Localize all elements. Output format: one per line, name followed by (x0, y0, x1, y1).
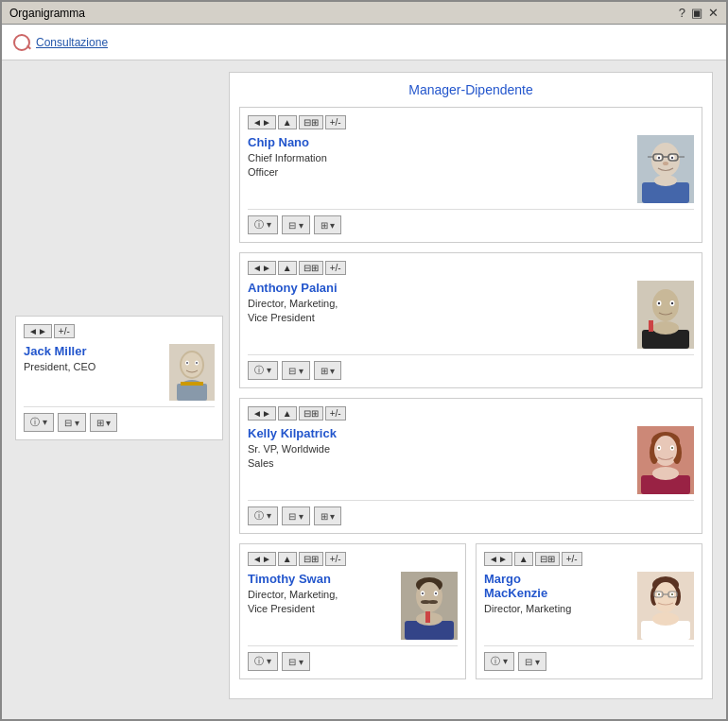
svg-point-6 (196, 362, 198, 364)
margo-nav-btn[interactable]: ◄► (484, 552, 512, 566)
anthony-nav-btn[interactable]: ◄► (248, 261, 276, 275)
jack-action-bar: ⓘ ▾ ⊟ ▾ ⊞ ▾ (24, 406, 215, 432)
close-button[interactable]: ✕ (708, 6, 719, 20)
anthony-expand-btn[interactable]: ⊟⊞ (299, 261, 323, 275)
timothy-up-btn[interactable]: ▲ (278, 552, 297, 566)
timothy-expand-btn[interactable]: ⊟⊞ (299, 552, 323, 566)
anthony-title: Director, Marketing,Vice President (248, 297, 630, 326)
svg-point-72 (652, 612, 679, 626)
svg-point-29 (671, 302, 673, 304)
consultazione-link[interactable]: Consultazione (36, 36, 108, 49)
titlebar: Organigramma ? ▣ ✕ (2, 2, 726, 25)
chip-info-btn[interactable]: ⓘ ▾ (248, 215, 278, 234)
kelly-info-btn[interactable]: ⓘ ▾ (248, 506, 278, 525)
chip-nav-btn[interactable]: ◄► (248, 115, 276, 129)
svg-point-42 (671, 447, 673, 449)
jack-name: Jack Miller (24, 344, 162, 358)
jack-nav-btn[interactable]: ◄► (24, 324, 52, 338)
jack-photo (169, 344, 215, 401)
chip-toolbar: ◄► ▲ ⊟⊞ +/- (248, 115, 694, 129)
margo-mackenzie-card: ◄► ▲ ⊟⊞ +/- MargoMacKenzie Director, Mar… (476, 543, 702, 679)
kelly-kilpatrick-card: ◄► ▲ ⊟⊞ +/- Kelly Kilpatrick Sr. VP, Wor… (239, 398, 702, 534)
timothy-nav-btn[interactable]: ◄► (248, 552, 276, 566)
svg-point-53 (422, 592, 424, 594)
margo-view-btn[interactable]: ⊟ ▾ (518, 652, 546, 671)
svg-point-31 (652, 321, 679, 335)
svg-point-2 (182, 352, 202, 377)
margo-name: MargoMacKenzie (484, 572, 630, 600)
margo-pm-btn[interactable]: +/- (562, 552, 582, 566)
anthony-action-bar: ⓘ ▾ ⊟ ▾ ⊞ ▾ (248, 354, 694, 380)
margo-expand-btn[interactable]: ⊟⊞ (535, 552, 560, 566)
timothy-swan-card: ◄► ▲ ⊟⊞ +/- Timothy Swan Director, Marke… (239, 543, 466, 679)
chip-view-btn[interactable]: ⊟ ▾ (282, 215, 310, 234)
jack-info-btn[interactable]: ⓘ ▾ (24, 413, 54, 432)
timothy-info: Timothy Swan Director, Marketing,Vice Pr… (248, 572, 393, 617)
svg-point-41 (658, 447, 660, 449)
jack-org-btn[interactable]: ⊞ ▾ (90, 413, 118, 432)
anthony-view-btn[interactable]: ⊟ ▾ (282, 361, 310, 380)
jack-view-btn[interactable]: ⊟ ▾ (58, 413, 86, 432)
chip-title: Chief InformationOfficer (248, 151, 630, 180)
svg-point-54 (435, 592, 437, 594)
jack-card-inner: Jack Miller President, CEO (24, 344, 215, 401)
svg-rect-32 (649, 320, 653, 332)
anthony-photo (637, 281, 694, 349)
svg-point-44 (652, 467, 679, 480)
svg-point-50 (428, 600, 438, 604)
kelly-action-bar: ⓘ ▾ ⊟ ▾ ⊞ ▾ (248, 500, 694, 525)
panel-title: Manager-Dipendente (239, 82, 702, 97)
svg-point-66 (658, 593, 660, 595)
kelly-info: Kelly Kilpatrick Sr. VP, WorldwideSales (248, 426, 630, 472)
jack-expand-btn[interactable]: +/- (54, 324, 75, 338)
kelly-org-btn[interactable]: ⊞ ▾ (314, 506, 342, 525)
chip-nano-card: ◄► ▲ ⊟⊞ +/- Chip Nano Chief InformationO… (239, 107, 702, 243)
help-button[interactable]: ? (679, 6, 685, 20)
kelly-nav-btn[interactable]: ◄► (248, 406, 276, 421)
anthony-pm-btn[interactable]: +/- (325, 261, 346, 275)
chip-info: Chip Nano Chief InformationOfficer (248, 135, 630, 180)
chip-expand-btn[interactable]: ⊟⊞ (299, 115, 323, 129)
search-icon (13, 34, 30, 51)
window-controls[interactable]: ? ▣ ✕ (679, 6, 719, 20)
anthony-info-btn[interactable]: ⓘ ▾ (248, 361, 278, 380)
anthony-info: Anthony Palani Director, Marketing,Vice … (248, 281, 630, 326)
chip-up-btn[interactable]: ▲ (278, 115, 297, 129)
kelly-up-btn[interactable]: ▲ (278, 406, 297, 421)
chip-org-btn[interactable]: ⊞ ▾ (314, 215, 342, 234)
anthony-name: Anthony Palani (248, 281, 630, 295)
margo-info-btn[interactable]: ⓘ ▾ (484, 652, 514, 671)
anthony-org-btn[interactable]: ⊞ ▾ (314, 361, 342, 380)
svg-point-14 (658, 157, 660, 159)
margo-up-btn[interactable]: ▲ (514, 552, 533, 566)
kelly-title: Sr. VP, WorldwideSales (248, 442, 630, 472)
timothy-name: Timothy Swan (248, 572, 393, 586)
timothy-pm-btn[interactable]: +/- (325, 552, 346, 566)
timothy-title: Director, Marketing,Vice President (248, 588, 393, 617)
chip-name: Chip Nano (248, 135, 630, 149)
timothy-toolbar: ◄► ▲ ⊟⊞ +/- (248, 552, 458, 566)
main-area: ◄► +/- Jack Miller President, CEO (2, 60, 726, 719)
timothy-view-btn[interactable]: ⊟ ▾ (282, 652, 310, 671)
svg-point-28 (658, 302, 660, 304)
bottom-row: ◄► ▲ ⊟⊞ +/- Timothy Swan Director, Marke… (239, 543, 702, 689)
margo-info: MargoMacKenzie Director, Marketing (484, 572, 630, 616)
margo-inner: MargoMacKenzie Director, Marketing (484, 572, 694, 640)
right-panel: Manager-Dipendente ◄► ▲ ⊟⊞ +/- Chip Nano… (229, 72, 713, 699)
chip-photo (637, 135, 694, 203)
timothy-info-btn[interactable]: ⓘ ▾ (248, 652, 278, 671)
svg-point-5 (186, 362, 188, 364)
kelly-view-btn[interactable]: ⊟ ▾ (282, 506, 310, 525)
kelly-pm-btn[interactable]: +/- (325, 406, 346, 421)
kelly-expand-btn[interactable]: ⊟⊞ (299, 406, 323, 421)
chip-action-bar: ⓘ ▾ ⊟ ▾ ⊞ ▾ (248, 209, 694, 234)
chip-inner: Chip Nano Chief InformationOfficer (248, 135, 694, 203)
restore-button[interactable]: ▣ (691, 6, 702, 20)
chip-pm-btn[interactable]: +/- (325, 115, 346, 129)
jack-miller-card: ◄► +/- Jack Miller President, CEO (15, 316, 223, 440)
svg-point-25 (652, 289, 679, 321)
anthony-up-btn[interactable]: ▲ (278, 261, 297, 275)
window-title: Organigramma (9, 7, 85, 20)
kelly-inner: Kelly Kilpatrick Sr. VP, WorldwideSales (248, 426, 694, 494)
svg-point-16 (663, 162, 668, 165)
